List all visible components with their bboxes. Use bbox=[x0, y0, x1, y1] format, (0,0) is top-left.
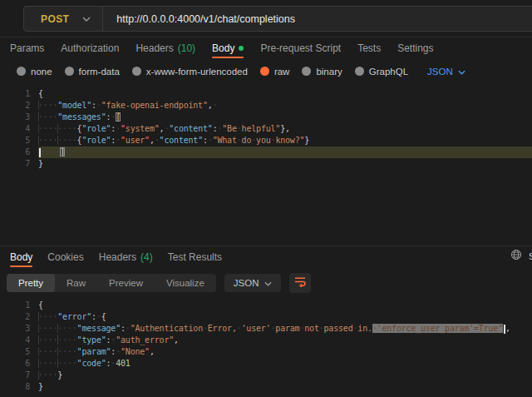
request-header: POST http://0.0.0.0:4000/v1/chat/complet… bbox=[0, 0, 532, 37]
tab-authorization[interactable]: Authorization bbox=[61, 37, 119, 59]
code-line[interactable]: 5········"param":·"None", bbox=[0, 346, 532, 358]
chevron-down-icon bbox=[458, 67, 466, 77]
request-tabs: Params Authorization Headers(10) Body Pr… bbox=[0, 37, 532, 59]
code-line[interactable]: 2····"model":·"fake-openai-endpoint",· bbox=[0, 100, 532, 112]
request-url-input[interactable]: http://0.0.0.0:4000/v1/chat/completions bbox=[116, 13, 295, 25]
divider bbox=[102, 7, 103, 31]
view-pretty[interactable]: Pretty bbox=[7, 274, 55, 292]
body-type-row: none form-data x-www-form-urlencoded raw… bbox=[0, 59, 532, 83]
code-line[interactable]: 6········"code":·401 bbox=[0, 358, 532, 370]
line-number: 4 bbox=[0, 123, 38, 135]
response-tab-headers[interactable]: Headers(4) bbox=[99, 246, 153, 268]
response-tab-cookies[interactable]: Cookies bbox=[47, 246, 83, 268]
code-line[interactable]: 3········"message":·"Authentication·Erro… bbox=[0, 323, 532, 335]
radio-graphql[interactable]: GraphQL bbox=[355, 67, 408, 77]
line-number: 2 bbox=[0, 311, 38, 323]
method-selector[interactable]: POST bbox=[24, 13, 82, 25]
line-number: 5 bbox=[0, 135, 38, 146]
line-number: 1 bbox=[0, 300, 38, 311]
radio-binary[interactable]: binary bbox=[302, 67, 342, 77]
radio-icon bbox=[302, 67, 311, 76]
response-tab-test-results[interactable]: Test Results bbox=[168, 246, 222, 268]
response-toolbar: Pretty Raw Preview Visualize JSON bbox=[0, 271, 532, 295]
line-number: 6 bbox=[0, 358, 38, 370]
response-tab-body[interactable]: Body bbox=[10, 246, 32, 268]
response-meta-right: St bbox=[510, 246, 532, 267]
code-line[interactable]: 7} bbox=[0, 158, 532, 170]
code-line[interactable]: 2····"error":·{ bbox=[0, 311, 532, 323]
code-line[interactable]: 1{ bbox=[0, 300, 532, 311]
tab-tests[interactable]: Tests bbox=[357, 37, 381, 59]
view-visualize[interactable]: Visualize bbox=[155, 274, 216, 292]
line-number: 4 bbox=[0, 335, 38, 346]
view-raw[interactable]: Raw bbox=[55, 274, 97, 292]
wrap-text-button[interactable] bbox=[289, 273, 311, 293]
globe-icon[interactable] bbox=[510, 249, 522, 264]
view-switcher: Pretty Raw Preview Visualize bbox=[7, 274, 216, 292]
body-modified-dot-icon bbox=[239, 46, 244, 51]
line-number: 3 bbox=[0, 323, 38, 335]
tab-params[interactable]: Params bbox=[10, 37, 44, 59]
code-line[interactable]: 5········{"role":·"user",·"content":·"Wh… bbox=[0, 135, 532, 146]
url-bar: POST http://0.0.0.0:4000/v1/chat/complet… bbox=[23, 6, 532, 32]
line-number: 5 bbox=[0, 346, 38, 358]
request-body-editor[interactable]: 1{2····"model":·"fake-openai-endpoint",·… bbox=[0, 83, 532, 250]
response-tabs: Body Cookies Headers(4) Test Results bbox=[0, 246, 532, 268]
code-line[interactable]: 8} bbox=[0, 381, 532, 393]
line-number: 8 bbox=[0, 381, 38, 393]
radio-selected-icon bbox=[260, 67, 269, 76]
code-line[interactable]: 6····] bbox=[0, 146, 532, 158]
tab-pre-request-script[interactable]: Pre-request Script bbox=[260, 37, 341, 59]
line-number: 7 bbox=[0, 158, 38, 170]
line-number: 2 bbox=[0, 100, 38, 112]
tab-settings[interactable]: Settings bbox=[397, 37, 433, 59]
line-number: 7 bbox=[0, 370, 38, 381]
radio-icon bbox=[355, 67, 364, 76]
wrap-text-icon bbox=[294, 275, 307, 290]
line-number: 1 bbox=[0, 88, 38, 100]
code-line[interactable]: 3····"messages":·[ bbox=[0, 112, 532, 123]
headers-count-badge: (10) bbox=[178, 42, 195, 54]
status-text-clipped: St bbox=[529, 251, 532, 261]
radio-form-data[interactable]: form-data bbox=[65, 67, 120, 77]
code-line[interactable]: 4········"type":·"auth_error", bbox=[0, 335, 532, 346]
line-number: 3 bbox=[0, 112, 38, 123]
request-language-dropdown[interactable]: JSON bbox=[427, 67, 466, 77]
line-number: 6 bbox=[0, 146, 38, 158]
view-preview[interactable]: Preview bbox=[97, 274, 155, 292]
code-line[interactable]: 7····} bbox=[0, 370, 532, 381]
response-body-editor[interactable]: 1{2····"error":·{3········"message":·"Au… bbox=[0, 296, 532, 397]
chevron-down-icon bbox=[264, 278, 272, 288]
radio-none[interactable]: none bbox=[17, 67, 52, 77]
tab-body[interactable]: Body bbox=[212, 37, 244, 59]
tab-headers[interactable]: Headers(10) bbox=[135, 37, 195, 59]
radio-raw[interactable]: raw bbox=[260, 67, 290, 77]
radio-icon bbox=[65, 67, 74, 76]
response-language-dropdown[interactable]: JSON bbox=[224, 274, 282, 292]
radio-icon bbox=[17, 67, 26, 76]
response-headers-count-badge: (4) bbox=[140, 251, 153, 263]
radio-x-www-form-urlencoded[interactable]: x-www-form-urlencoded bbox=[132, 67, 248, 77]
chevron-down-icon[interactable] bbox=[82, 17, 91, 22]
code-line[interactable]: 1{ bbox=[0, 88, 532, 100]
code-line[interactable]: 4········{"role":·"system",·"content":·"… bbox=[0, 123, 532, 135]
radio-icon bbox=[132, 67, 141, 76]
